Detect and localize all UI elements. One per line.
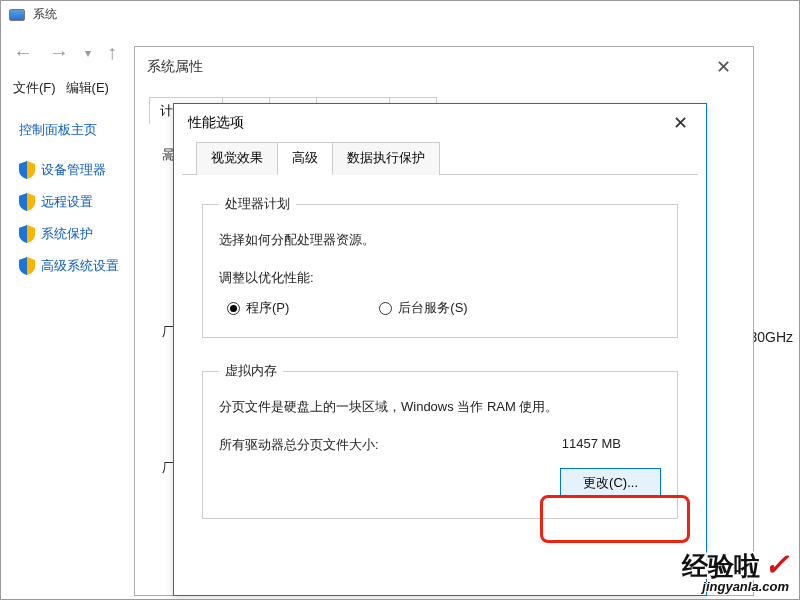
sidebar-item-protection[interactable]: 系统保护: [19, 225, 134, 243]
tab-advanced[interactable]: 高级: [277, 142, 333, 175]
radio-programs[interactable]: 程序(P): [227, 299, 289, 317]
check-icon: ✓: [764, 548, 789, 581]
nav-back-icon[interactable]: ←: [13, 41, 33, 64]
menu-file[interactable]: 文件(F): [13, 79, 56, 97]
sysprops-title: 系统属性: [147, 58, 203, 76]
sidebar-item-remote[interactable]: 远程设置: [19, 193, 134, 211]
radio-programs-label: 程序(P): [246, 299, 289, 317]
processor-scheduling-group: 处理器计划 选择如何分配处理器资源。 调整以优化性能: 程序(P) 后台服务(S…: [202, 195, 678, 338]
shield-icon: [19, 225, 35, 243]
tab-dep[interactable]: 数据执行保护: [332, 142, 440, 175]
nav-forward-icon[interactable]: →: [49, 41, 69, 64]
sidebar-home[interactable]: 控制面板主页: [19, 121, 134, 139]
window-title-text: 系统: [33, 6, 57, 23]
shield-icon: [19, 257, 35, 275]
close-icon[interactable]: ✕: [706, 52, 741, 82]
shield-icon: [19, 193, 35, 211]
performance-options-dialog: 性能选项 ✕ 视觉效果 高级 数据执行保护 处理器计划 选择如何分配处理器资源。…: [173, 103, 707, 596]
perf-title: 性能选项: [188, 114, 244, 132]
sidebar-item-label: 远程设置: [41, 193, 93, 211]
watermark-brand: 经验啦: [682, 551, 760, 581]
virtual-memory-group: 虚拟内存 分页文件是硬盘上的一块区域，Windows 当作 RAM 使用。 所有…: [202, 362, 678, 519]
adjust-label: 调整以优化性能:: [219, 269, 661, 287]
menu-edit[interactable]: 编辑(E): [66, 79, 109, 97]
window-title: 系统: [9, 6, 57, 23]
perf-tabs: 视觉效果 高级 数据执行保护: [182, 142, 698, 175]
processor-legend: 处理器计划: [219, 195, 296, 213]
sidebar-item-label: 设备管理器: [41, 161, 106, 179]
tab-visual-effects[interactable]: 视觉效果: [196, 142, 278, 175]
menu-bar: 文件(F) 编辑(E): [13, 79, 109, 97]
radio-icon: [227, 302, 240, 315]
radio-services-label: 后台服务(S): [398, 299, 467, 317]
vm-total-value: 11457 MB: [562, 436, 621, 454]
change-button[interactable]: 更改(C)...: [560, 468, 661, 498]
nav-up-icon[interactable]: ↑: [107, 41, 117, 64]
sidebar-item-label: 高级系统设置: [41, 257, 119, 275]
watermark: 经验啦✓ jingyanla.com: [682, 550, 789, 593]
close-icon[interactable]: ✕: [658, 108, 702, 138]
sidebar-item-advanced[interactable]: 高级系统设置: [19, 257, 134, 275]
computer-icon: [9, 9, 25, 21]
sidebar-item-label: 系统保护: [41, 225, 93, 243]
vm-legend: 虚拟内存: [219, 362, 283, 380]
vm-total-label: 所有驱动器总分页文件大小:: [219, 436, 379, 454]
nav-dropdown-icon[interactable]: ▾: [85, 46, 91, 64]
processor-desc: 选择如何分配处理器资源。: [219, 231, 661, 249]
radio-background-services[interactable]: 后台服务(S): [379, 299, 467, 317]
nav-arrows: ← → ▾ ↑: [13, 41, 117, 64]
radio-icon: [379, 302, 392, 315]
watermark-url: jingyanla.com: [682, 580, 789, 593]
vm-desc: 分页文件是硬盘上的一块区域，Windows 当作 RAM 使用。: [219, 398, 661, 416]
sidebar: 控制面板主页 设备管理器 远程设置 系统保护 高级系统设置: [19, 121, 134, 289]
sidebar-item-device-manager[interactable]: 设备管理器: [19, 161, 134, 179]
shield-icon: [19, 161, 35, 179]
